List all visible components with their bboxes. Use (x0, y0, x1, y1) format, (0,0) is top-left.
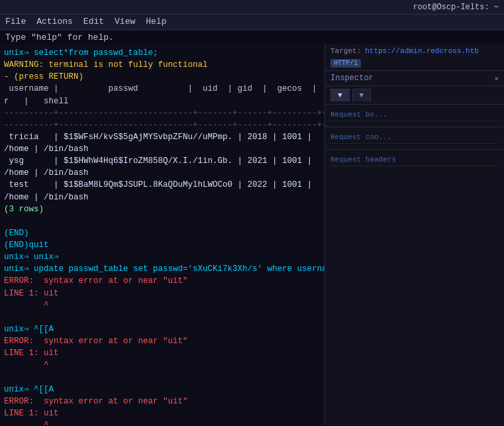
terminal-line: ERROR: syntax error at or near "uit" (4, 275, 321, 287)
title-bar: root@Oscp-Ielts: ~ (0, 0, 504, 15)
tab-2[interactable]: ▼ (352, 89, 372, 101)
terminal-line: - (press RETURN) (4, 71, 321, 83)
terminal-line: /home | /bin/bash (4, 143, 321, 155)
terminal-line: ^ (4, 419, 321, 425)
terminal-line: username | passwd | uid | gid | gecos | … (4, 83, 321, 95)
menu-file[interactable]: File (5, 17, 26, 28)
terminal-line: /home | /bin/bash (4, 191, 321, 203)
target-label: Target: (330, 47, 361, 55)
terminal-line: (END) (4, 227, 321, 239)
terminal-line: (3 rows) (4, 203, 321, 215)
menu-view[interactable]: View (115, 17, 135, 28)
inspector-label: Inspector (330, 74, 374, 83)
request-cookies-section: Request coo... (325, 127, 504, 150)
terminal-line: /home | /bin/bash (4, 167, 321, 179)
request-headers-section: Request headers (325, 150, 504, 425)
terminal-line: unix⇒ unix⇒ (4, 251, 321, 263)
right-panel: Target: https://admin.redcross.htb HTTP/… (325, 44, 504, 425)
terminal-line: ^ (4, 299, 321, 311)
menu-help[interactable]: Help (146, 17, 166, 28)
terminal-line: test | $1$BaM8L9Qm$JSUPL.8KaQDuMylhLWOCo… (4, 179, 321, 191)
terminal-line: LINE 1: uit (4, 347, 321, 359)
help-text: Type "help" for help. (0, 30, 504, 44)
terminal-line: WARNING: terminal is not fully functiona… (4, 59, 321, 71)
http-badge: HTTP/1 (330, 59, 361, 68)
terminal-line: LINE 1: uit (4, 288, 321, 299)
terminal-line: (END)quit (4, 239, 321, 251)
terminal-line: ysg | $1$HWhW4Hq6$IroZM858Q/X.I./1in.Gb.… (4, 155, 321, 167)
terminal-line: unix⇒ select*from passwd_table; (4, 47, 321, 59)
title-bar-text: root@Oscp-Ielts: ~ (413, 3, 499, 12)
inspector-close[interactable]: ✕ (494, 74, 499, 83)
terminal-line (4, 311, 321, 323)
terminal-line: r | shell (4, 95, 321, 107)
menu-actions[interactable]: Actions (36, 17, 73, 28)
terminal-line: unix⇒ ^[[A (4, 323, 321, 335)
terminal-line: ^ (4, 359, 321, 371)
terminal-line: unix⇒ ^[[A (4, 384, 321, 396)
tab-1[interactable]: ▼ (330, 89, 350, 101)
request-body-section: Request bo... (325, 105, 504, 127)
menu-bar: File Actions Edit View Help (0, 15, 504, 30)
right-top-bar: Target: https://admin.redcross.htb HTTP/… (325, 44, 504, 71)
terminal-line: ERROR: syntax error at or near "uit" (4, 396, 321, 407)
main-layout: unix⇒ select*from passwd_table;WARNING: … (0, 44, 504, 425)
terminal-line: LINE 1: uit (4, 407, 321, 419)
terminal-line (4, 371, 321, 383)
terminal-line: ----------+---------------------------+-… (4, 107, 321, 119)
request-cookies-label: Request coo... (330, 131, 499, 144)
terminal-line: unix⇒ update passwd_table set passwd='sX… (4, 263, 321, 275)
request-headers-label: Request headers (330, 154, 499, 166)
menu-edit[interactable]: Edit (83, 17, 104, 28)
request-body-label: Request bo... (330, 109, 499, 121)
terminal-line: ----------+---------------------------+-… (4, 119, 321, 131)
terminal-line (4, 215, 321, 227)
terminal-panel[interactable]: unix⇒ select*from passwd_table;WARNING: … (0, 44, 325, 425)
terminal-line: ERROR: syntax error at or near "uit" (4, 335, 321, 347)
terminal-line: tricia | $1$WFsH/kvS$5gAjMYSvbpZFNu//uMP… (4, 131, 321, 143)
target-url: https://admin.redcross.htb (365, 47, 479, 55)
